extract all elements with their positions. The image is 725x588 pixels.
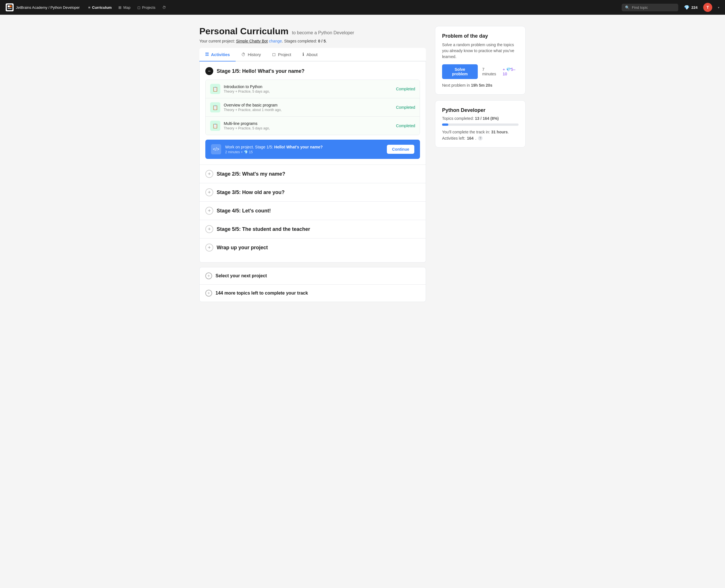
topic-icon-0: 📋 [210,84,220,94]
topic-icon-1: 📋 [210,102,220,112]
topic-meta-1: Theory + Practice, about 1 month ago, [224,108,392,112]
page-title-row: Personal Curriculum to become a Python D… [199,26,426,37]
stage-5-title: Stage 5/5: The student and the teacher [217,226,310,232]
extra-label-0: Select your next project [215,273,267,278]
activities-left: Activities left: 164. ? [442,136,518,141]
sidebar: Problem of the day Solve a random proble… [435,26,526,153]
activities-panel: − Stage 1/5: Hello! What's your name? 📋 … [199,61,426,262]
topic-item[interactable]: 📋 Overview of the basic program Theory +… [206,98,420,117]
code-icon: </> [211,144,221,154]
topic-info-1: Overview of the basic program Theory + P… [224,103,392,112]
page-title: Personal Curriculum [199,26,289,37]
problem-of-day-card: Problem of the day Solve a random proble… [435,26,526,94]
change-link[interactable]: change [269,39,282,43]
gem-icon: 💎 [684,5,689,10]
search-bar[interactable]: 🔍 Find topic [622,4,678,11]
topic-info-0: Introduction to Python Theory + Practice… [224,84,392,93]
timer-icon: ⏱ [162,5,166,9]
wrap-up[interactable]: + Wrap up your project [200,238,426,257]
curriculum-icon: ≡ [88,5,90,9]
task-gem-icon: 💎 [244,150,248,154]
activities-icon: ☰ [205,52,209,57]
topic-status-0: Completed [396,87,415,91]
topics-completed-label: Topics completed: 13 / 164 (8%) [442,116,518,121]
pod-desc: Solve a random problem using the topics … [442,42,518,60]
stage-2-title: Stage 2/5: What's my name? [217,171,285,177]
topic-icon-2: 📋 [210,121,220,131]
select-next-project[interactable]: + Select your next project [200,267,426,285]
main-column: Personal Curriculum to become a Python D… [199,26,426,302]
stage-1-header[interactable]: − Stage 1/5: Hello! What's your name? [205,67,420,75]
svg-rect-3 [9,5,12,7]
plus-icon-1: + [205,290,212,297]
complete-label: You'll complete the track in: 31 hours. [442,130,518,134]
navbar: JetBrains Academy / Python Developer ≡ C… [0,0,725,15]
stage-5-toggle[interactable]: + [205,225,213,233]
stage-3-toggle[interactable]: + [205,188,213,196]
tab-history[interactable]: ⏱ History [236,48,267,61]
python-dev-card: Python Developer Topics completed: 13 / … [435,100,526,148]
about-icon: ℹ [302,52,304,57]
stage-1-toggle[interactable]: − [205,67,213,75]
extra-label-1: 144 more topics left to complete your tr… [215,291,308,296]
solve-button[interactable]: Solve problem [442,64,478,79]
topic-name-1: Overview of the basic program [224,103,392,107]
project-link[interactable]: Simple Chatty Bot [236,39,268,43]
stage-2-toggle[interactable]: + [205,170,213,178]
stage-4[interactable]: + Stage 4/5: Let's count! [200,202,426,220]
content-wrap: Personal Curriculum to become a Python D… [193,15,532,313]
brand-text: JetBrains Academy / Python Developer [16,5,80,9]
plus-icon-0: + [205,272,212,279]
pod-title: Problem of the day [442,33,518,39]
stage-4-toggle[interactable]: + [205,207,213,215]
pod-time: 7 minutes [482,67,498,76]
topic-name-2: Multi-line programs [224,121,392,126]
svg-rect-2 [8,8,12,9]
stage-4-title: Stage 4/5: Let's count! [217,208,271,214]
topic-status-1: Completed [396,105,415,110]
stage-1-block: − Stage 1/5: Hello! What's your name? 📋 … [200,61,426,159]
history-icon: ⏱ [241,52,246,57]
svg-rect-1 [8,5,9,7]
topic-item[interactable]: 📋 Introduction to Python Theory + Practi… [206,80,420,98]
projects-icon: ◻ [137,5,141,9]
pod-gem-icon: 💎 [506,67,511,72]
topic-list: 📋 Introduction to Python Theory + Practi… [205,80,420,135]
nav-projects[interactable]: ◻ Projects [134,4,158,11]
topic-item[interactable]: 📋 Multi-line programs Theory + Practice,… [206,117,420,135]
stage-2[interactable]: + Stage 2/5: What's my name? [200,165,426,183]
project-task[interactable]: </> Work on project. Stage 1/5: Hello! W… [205,140,420,159]
wrap-up-title: Wrap up your project [217,245,268,251]
topic-name-0: Introduction to Python [224,84,392,89]
topic-meta-2: Theory + Practice, 5 days ago, [224,126,392,130]
jetbrains-logo [6,3,14,11]
tab-project[interactable]: ◻ Project [266,48,297,61]
nav-map[interactable]: ⊞ Map [115,4,133,11]
nav-timer[interactable]: ⏱ [159,4,169,11]
stage-3[interactable]: + Stage 3/5: How old are you? [200,183,426,202]
next-problem: Next problem in 19h 5m 20s [442,83,518,87]
brand: JetBrains Academy / Python Developer [6,3,80,11]
page: Personal Curriculum to become a Python D… [0,0,725,313]
stage-1-title: Stage 1/5: Hello! What's your name? [217,68,304,74]
user-avatar[interactable]: T [703,3,712,12]
solve-row: Solve problem 7 minutes + 💎5–10 [442,64,518,79]
pod-gems: + 💎5–10 [503,67,518,76]
more-topics[interactable]: + 144 more topics left to complete your … [200,285,426,302]
help-icon[interactable]: ? [478,136,483,141]
nav-curriculum[interactable]: ≡ Curriculum [85,4,114,11]
continue-button[interactable]: Continue [387,145,414,154]
map-icon: ⊞ [119,5,122,9]
search-icon: 🔍 [625,5,630,9]
project-task-name: Work on project. Stage 1/5: Hello! What'… [225,145,383,149]
wrap-up-toggle[interactable]: + [205,244,213,252]
avatar-dropdown-arrow[interactable]: ▾ [718,6,719,9]
page-header: Personal Curriculum to become a Python D… [199,26,426,43]
progress-bar-bg [442,124,518,126]
nav-items: ≡ Curriculum ⊞ Map ◻ Projects ⏱ [85,4,169,11]
tab-activities[interactable]: ☰ Activities [199,48,236,61]
progress-bar-fill [442,124,448,126]
stage-5[interactable]: + Stage 5/5: The student and the teacher [200,220,426,238]
gems-counter: 💎 224 [684,5,698,10]
tab-about[interactable]: ℹ About [297,48,323,61]
